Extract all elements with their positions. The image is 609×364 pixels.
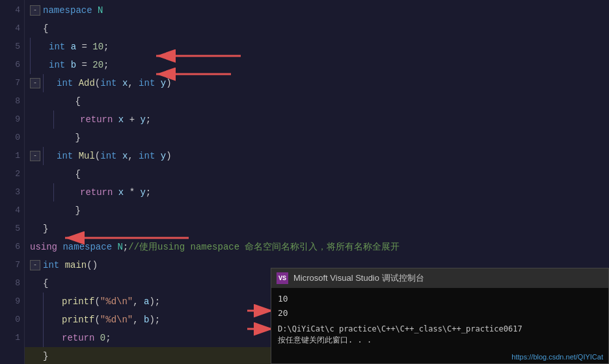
string: "%d\n" [100,292,133,311]
keyword: int [57,74,73,92]
function-name: printf [62,311,94,329]
expand-btn[interactable]: - [30,5,40,16]
line-number: 1 [0,147,24,165]
line-number: 6 [0,56,24,74]
keyword: int [139,147,155,165]
code-line: using namespace N ; //使用using namespace … [25,238,609,256]
console-body: 10 20 D:\QiYiCat\c practice\C++\C++_clas… [271,288,608,350]
code-line: { [25,20,609,38]
param: x [122,147,128,165]
namespace-name: N [98,1,103,20]
keyword: return [80,110,113,129]
code-line: } [25,220,609,238]
code-line: - int Mul ( int x , int y ) [25,147,609,165]
code-line: { [25,92,609,110]
console-header: VS Microsoft Visual Studio 调试控制台 [271,268,608,288]
line-number: 3 [0,183,24,202]
code-editor: - namespace N { int a = 10 ; int b [0,0,609,364]
variable: a [71,38,76,56]
expand-btn[interactable]: - [30,260,40,270]
console-popup: VS Microsoft Visual Studio 调试控制台 10 20 D… [271,268,609,364]
code-line: { [25,165,609,183]
console-output-10: 10 [278,292,602,306]
function-name: Mul [79,147,95,165]
variable: b [71,56,76,74]
keyword: int [139,74,155,92]
line-number: 8 [0,274,24,292]
keyword: int [100,74,116,92]
keyword: namespace [43,1,92,20]
line-number: 4 [0,20,24,38]
console-prompt: 按任意键关闭此窗口. . . [278,335,602,346]
code-line: - namespace N [25,1,609,20]
console-title: Microsoft Visual Studio 调试控制台 [293,272,424,284]
keyword: int [49,38,65,56]
line-number: 8 [0,92,24,110]
code-line: return x + y ; [25,110,609,129]
function-name: printf [62,292,94,311]
line-number: 1 [0,329,24,347]
keyword: int [43,256,59,274]
console-output-20: 20 [278,306,602,320]
csdn-link: https://blog.csdn.net/QIYICat [511,353,603,361]
console-path: D:\QiYiCat\c practice\C++\C++_class\C++_… [278,323,602,335]
code-line: int b = 20 ; [25,56,609,74]
line-number: 5 [0,38,24,56]
keyword: int [100,147,116,165]
number: 20 [92,56,103,74]
code-line: - int Add ( int x , int y ) [25,74,609,92]
comment: //使用using namespace 命名空间名称引入，将所有名称全展开 [128,238,399,256]
param: x [122,74,128,92]
variable: y [140,183,145,202]
keyword: return [62,329,94,347]
variable: b [144,311,149,329]
code-line: int a = 10 ; [25,38,609,56]
code-line: } [25,129,609,147]
line-number: 7 [0,74,24,92]
expand-btn[interactable]: - [30,151,40,161]
namespace-name: N [117,238,122,256]
line-number: 7 [0,256,24,274]
line-number: 0 [0,311,24,329]
line-number: 6 [0,238,24,256]
variable: x [118,110,124,129]
variable: a [144,292,149,311]
code-line: } [25,202,609,220]
line-number: 4 [0,1,24,20]
expand-btn[interactable]: - [30,78,40,88]
line-number: 9 [0,292,24,311]
line-number: 4 [0,202,24,220]
line-number: 5 [0,220,24,238]
keyword: namespace [62,238,112,256]
vs-icon: VS [277,272,288,284]
keyword: using [30,238,57,256]
param: y [161,147,166,165]
function-name: main [65,256,87,274]
number: 10 [92,38,103,56]
code-line: return x * y ; [25,183,609,202]
keyword: int [49,56,65,74]
keyword: int [57,147,73,165]
line-number: 2 [0,165,24,183]
variable: y [140,110,145,129]
string: "%d\n" [100,311,133,329]
number: 0 [100,329,105,347]
line-number: 0 [0,129,24,147]
keyword: return [80,183,113,202]
variable: x [118,183,124,202]
param: y [161,74,166,92]
line-numbers: 4 4 5 6 7 8 9 0 1 2 3 4 5 6 7 8 9 0 1 [0,0,25,364]
function-name: Add [79,74,95,92]
line-number [0,347,24,364]
line-number: 9 [0,110,24,129]
vs-icon-text: VS [278,275,286,282]
